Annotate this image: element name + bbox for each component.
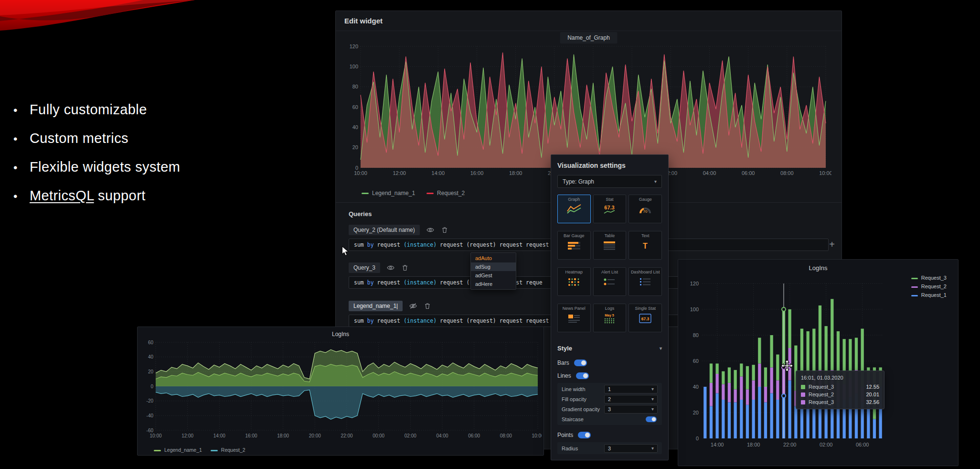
query-name-chip[interactable]: Query_3 [349, 262, 380, 273]
points-toggle[interactable] [578, 432, 591, 438]
staircase-toggle[interactable] [646, 416, 657, 422]
svg-text:04:00: 04:00 [436, 433, 448, 438]
svg-text:10:00: 10:00 [354, 170, 367, 176]
move-cursor-icon [780, 359, 794, 372]
legend-label: Request_2 [921, 284, 947, 289]
edit-widget-title: Edit widget [344, 17, 383, 25]
trash-icon[interactable] [441, 227, 448, 233]
heatmap-icon [566, 276, 582, 288]
svg-text:67.3: 67.3 [605, 205, 615, 210]
viz-type-stat[interactable]: Stat 67.3 [593, 195, 627, 223]
legend-item[interactable]: Request_2 [911, 284, 947, 289]
svg-text:60: 60 [693, 358, 699, 364]
viz-type-bar-gauge[interactable]: Bar Gauge [557, 231, 591, 260]
autocomplete-item[interactable]: adAuto [471, 254, 516, 262]
legend-item[interactable]: Request_1 [911, 292, 947, 298]
legend-item[interactable]: Request_2 [426, 190, 465, 196]
viz-type-alert-list[interactable]: Alert List [593, 267, 627, 296]
line-width-select[interactable]: 1▾ [604, 385, 658, 393]
chevron-down-icon: ▾ [651, 396, 654, 402]
query-name-chip[interactable]: Query_2 (Default name) [349, 225, 420, 235]
visualization-settings-title: Visualization settings [557, 162, 662, 169]
arrow-cursor-icon [341, 246, 350, 256]
add-query-button[interactable]: + [829, 239, 835, 250]
svg-text:-40: -40 [147, 413, 154, 418]
query-label-token: (instance) [404, 279, 437, 286]
gradient-opacity-select[interactable]: 3▾ [604, 405, 658, 414]
legend-swatch [911, 286, 918, 288]
query-text: request (request) request request [437, 317, 549, 324]
staircase-row: Staircase [557, 414, 662, 424]
lines-toggle[interactable] [576, 372, 589, 379]
svg-text:T: T [643, 242, 648, 250]
legend-item[interactable]: Legend_name_1 [154, 447, 202, 453]
bars-toggle[interactable] [574, 360, 587, 366]
legend-label: Request_2 [221, 447, 245, 453]
viz-type-gauge[interactable]: Gauge 70 [628, 195, 662, 223]
legend-item[interactable]: Legend_name_1 [362, 190, 415, 196]
trash-icon[interactable] [401, 264, 409, 271]
panel-title: LogIns [138, 331, 543, 338]
viz-type-logs[interactable]: Logs May 5 [593, 304, 627, 332]
viz-type-text[interactable]: Text T [628, 231, 662, 260]
eye-icon[interactable] [426, 227, 434, 233]
autocomplete-item[interactable]: adGest [471, 271, 516, 280]
svg-text:10:00: 10:00 [819, 170, 831, 176]
style-section-header[interactable]: Style ▾ [557, 345, 662, 352]
line-width-row: Line width 1▾ [557, 384, 662, 394]
svg-text:08:00: 08:00 [500, 433, 512, 438]
svg-text:06:00: 06:00 [856, 442, 869, 447]
svg-text:0: 0 [696, 436, 699, 441]
viz-type-table[interactable]: Table [593, 231, 627, 260]
chevron-down-icon: ▾ [651, 406, 654, 412]
autocomplete-item[interactable]: adSug [471, 262, 516, 271]
legend-swatch [154, 450, 161, 451]
viz-type-dashboard-list[interactable]: Dashboard List [628, 267, 662, 296]
svg-text:20:00: 20:00 [309, 433, 321, 438]
graph-title: Name_of_Graph [560, 32, 618, 44]
bullet-text: Custom metrics [30, 131, 128, 145]
eye-off-icon[interactable] [409, 303, 417, 309]
lines-label: Lines [557, 372, 571, 379]
query-keyword: by [367, 317, 374, 324]
logins-area-canvas[interactable]: 6040200-20-40-6010:0012:0014:0016:0018:0… [140, 339, 542, 444]
chevron-down-icon: ▾ [651, 446, 654, 451]
visualization-type-select[interactable]: Type: Graph ▾ [557, 175, 662, 188]
svg-text:60: 60 [352, 104, 358, 110]
legend-name-chip[interactable]: Legend_name_1| [349, 301, 403, 311]
bullet-item: •Fully customizable [13, 102, 180, 118]
bars-setting-row: Bars [557, 360, 662, 366]
legend-item[interactable]: Request_2 [211, 447, 245, 453]
bullet-list: •Fully customizable •Custom metrics •Fle… [13, 102, 180, 217]
viz-type-heatmap[interactable]: Heatmap [557, 267, 591, 296]
svg-text:0: 0 [355, 165, 358, 171]
svg-text:22:00: 22:00 [341, 433, 352, 438]
autocomplete-item[interactable]: adHere [471, 280, 516, 288]
viz-type-news-panel[interactable]: News Panel [557, 304, 591, 332]
tooltip-row: Request_3 12.55 [801, 384, 879, 390]
legend-item[interactable]: Request_3 [911, 275, 947, 281]
svg-text:120: 120 [690, 281, 699, 286]
points-label: Points [557, 432, 573, 438]
eye-icon[interactable] [387, 264, 394, 271]
dashboard-list-icon [637, 276, 653, 288]
svg-text:80: 80 [352, 84, 358, 89]
trash-icon[interactable] [424, 303, 431, 309]
svg-text:18:00: 18:00 [747, 442, 760, 447]
svg-text:-20: -20 [147, 398, 154, 404]
viz-type-label: Dashboard List [631, 270, 660, 274]
viz-type-label: Logs [605, 306, 615, 311]
tooltip-series-value: 20.01 [866, 392, 879, 397]
viz-type-label: Heatmap [565, 270, 583, 274]
radius-select[interactable]: 3▾ [604, 444, 658, 453]
tooltip-swatch [801, 400, 805, 404]
viz-type-graph[interactable]: Graph [557, 195, 591, 223]
query-text: sum [354, 279, 367, 286]
svg-text:08:00: 08:00 [780, 170, 794, 176]
svg-text:May 5: May 5 [605, 314, 615, 317]
visualization-type-grid: Graph Stat 67.3 Gauge 70 [557, 195, 662, 332]
viz-type-single-stat[interactable]: Single Stat 67.3 [628, 304, 662, 332]
legend-label: Request_1 [921, 292, 947, 298]
fill-opacity-select[interactable]: 2▾ [604, 395, 658, 404]
svg-text:20: 20 [148, 369, 154, 374]
